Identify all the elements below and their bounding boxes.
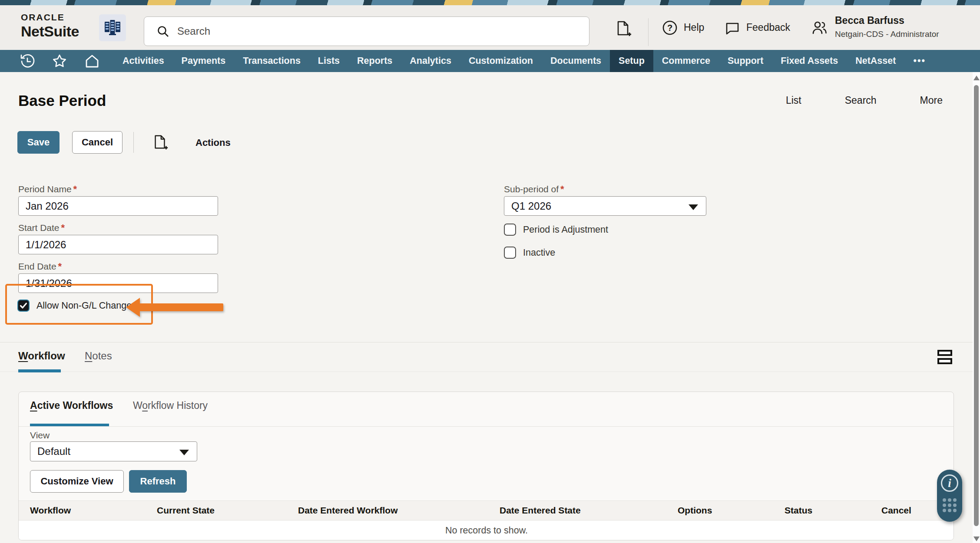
start-date-input[interactable] — [18, 235, 218, 254]
refresh-button[interactable]: Refresh — [129, 470, 187, 493]
nav-item-activities[interactable]: Activities — [114, 50, 173, 72]
actions-menu-button[interactable]: Actions — [195, 137, 231, 148]
cancel-button[interactable]: Cancel — [72, 131, 122, 154]
feedback-icon — [725, 20, 740, 36]
nav-icon-group — [0, 50, 114, 72]
search-link[interactable]: Search — [845, 95, 877, 106]
header-divider — [648, 18, 649, 46]
nav-item-payments[interactable]: Payments — [173, 50, 235, 72]
sub-period-of-label: Sub-period of* — [504, 184, 564, 195]
toolbar-divider — [133, 132, 134, 153]
more-link[interactable]: More — [920, 95, 943, 106]
page-title: Base Period — [18, 92, 106, 109]
feedback-label: Feedback — [746, 22, 790, 33]
feedback-button[interactable]: Feedback — [725, 5, 790, 50]
app-header: ORACLE NetSuite — [0, 5, 980, 50]
netsuite-wordmark: NetSuite — [21, 23, 79, 40]
app-switcher-button[interactable] — [99, 14, 126, 41]
sub-period-of-value: Q1 2026 — [511, 200, 551, 212]
help-label: Help — [684, 22, 704, 33]
column-header-current-state[interactable]: Current State — [146, 505, 287, 516]
nav-item-transactions[interactable]: Transactions — [234, 50, 309, 72]
dots-grid-icon[interactable] — [943, 498, 957, 512]
workflow-table-header: Workflow Current State Date Entered Work… — [19, 500, 954, 520]
tab-workflow[interactable]: Workflow — [18, 350, 65, 362]
column-header-options[interactable]: Options — [666, 505, 773, 516]
allow-non-gl-changes-field: Allow Non-G/L Changes — [17, 299, 136, 312]
view-select[interactable]: Default — [30, 441, 197, 461]
subtab-workflow-history[interactable]: Workflow History — [133, 400, 208, 411]
nav-item-fixed-assets[interactable]: Fixed Assets — [772, 50, 847, 72]
create-new-button[interactable] — [615, 20, 632, 37]
inactive-checkbox[interactable] — [504, 247, 516, 259]
vertical-scrollbar[interactable] — [973, 72, 980, 543]
new-record-button[interactable] — [152, 134, 169, 151]
column-header-date-entered-workflow[interactable]: Date Entered Workflow — [287, 505, 488, 516]
info-icon[interactable]: i — [941, 474, 958, 492]
required-marker: * — [73, 184, 77, 194]
scroll-up-arrow-icon[interactable] — [973, 76, 980, 80]
nav-item-documents[interactable]: Documents — [542, 50, 610, 72]
new-document-icon — [615, 20, 632, 37]
svg-text:?: ? — [667, 23, 672, 33]
main-navigation: Activities Payments Transactions Lists R… — [0, 50, 980, 72]
search-input[interactable] — [177, 25, 589, 37]
user-menu-button[interactable] — [811, 5, 828, 50]
collapse-rows-icon[interactable] — [937, 350, 952, 366]
start-date-label: Start Date* — [18, 222, 65, 234]
users-icon — [811, 19, 828, 36]
nav-item-reports[interactable]: Reports — [348, 50, 401, 72]
view-value: Default — [37, 445, 70, 457]
column-header-workflow[interactable]: Workflow — [19, 505, 146, 516]
help-icon: ? — [662, 20, 678, 36]
period-name-input[interactable] — [18, 196, 218, 216]
nav-item-analytics[interactable]: Analytics — [401, 50, 460, 72]
decorative-banner — [0, 0, 980, 5]
help-button[interactable]: ? Help — [662, 5, 704, 50]
required-marker: * — [58, 261, 62, 272]
active-tab-indicator — [18, 369, 61, 372]
nav-item-netasset[interactable]: NetAsset — [847, 50, 904, 72]
new-document-icon — [152, 134, 169, 151]
required-marker: * — [61, 222, 65, 233]
scroll-down-arrow-icon[interactable] — [973, 536, 980, 541]
end-date-input[interactable] — [18, 273, 218, 293]
sub-period-of-select[interactable]: Q1 2026 — [504, 196, 706, 216]
nav-item-customization[interactable]: Customization — [460, 50, 542, 72]
user-info[interactable]: Becca Barfuss Netgain-CDS - Administrato… — [835, 15, 939, 39]
nav-more-button[interactable]: ••• — [904, 50, 934, 72]
column-header-status[interactable]: Status — [773, 505, 870, 516]
assistant-widget[interactable]: i — [937, 470, 962, 522]
nav-item-lists[interactable]: Lists — [309, 50, 348, 72]
customize-view-button[interactable]: Customize View — [30, 470, 124, 493]
tab-divider-line — [0, 372, 980, 372]
nav-item-setup[interactable]: Setup — [610, 50, 653, 72]
scrollbar-thumb[interactable] — [974, 85, 979, 526]
save-button[interactable]: Save — [17, 131, 60, 154]
inactive-label: Inactive — [523, 247, 555, 258]
nav-menu: Activities Payments Transactions Lists R… — [114, 50, 934, 72]
subtab-divider-line — [19, 426, 954, 427]
recent-records-icon[interactable] — [20, 54, 35, 69]
shortcuts-star-icon[interactable] — [52, 54, 67, 69]
home-icon[interactable] — [84, 54, 100, 69]
section-divider — [0, 342, 980, 342]
nav-item-support[interactable]: Support — [719, 50, 772, 72]
checkmark-icon — [19, 301, 28, 310]
global-search — [144, 16, 589, 46]
subtab-active-workflows[interactable]: Active Workflows — [30, 400, 113, 411]
end-date-label: End Date* — [18, 261, 62, 272]
period-is-adjustment-checkbox[interactable] — [504, 224, 516, 236]
allow-non-gl-changes-checkbox[interactable] — [17, 299, 30, 312]
oracle-netsuite-logo[interactable]: ORACLE NetSuite — [21, 12, 79, 40]
tab-notes[interactable]: Notes — [85, 350, 112, 362]
user-role: Netgain-CDS - Administrator — [835, 30, 939, 39]
period-is-adjustment-field: Period is Adjustment — [504, 224, 608, 236]
user-name: Becca Barfuss — [835, 15, 939, 26]
list-link[interactable]: List — [786, 95, 801, 106]
column-header-date-entered-state[interactable]: Date Entered State — [488, 505, 666, 516]
server-rack-icon — [103, 18, 122, 37]
page-links: List Search More — [786, 95, 943, 106]
nav-item-commerce[interactable]: Commerce — [653, 50, 719, 72]
oracle-wordmark: ORACLE — [21, 12, 79, 23]
